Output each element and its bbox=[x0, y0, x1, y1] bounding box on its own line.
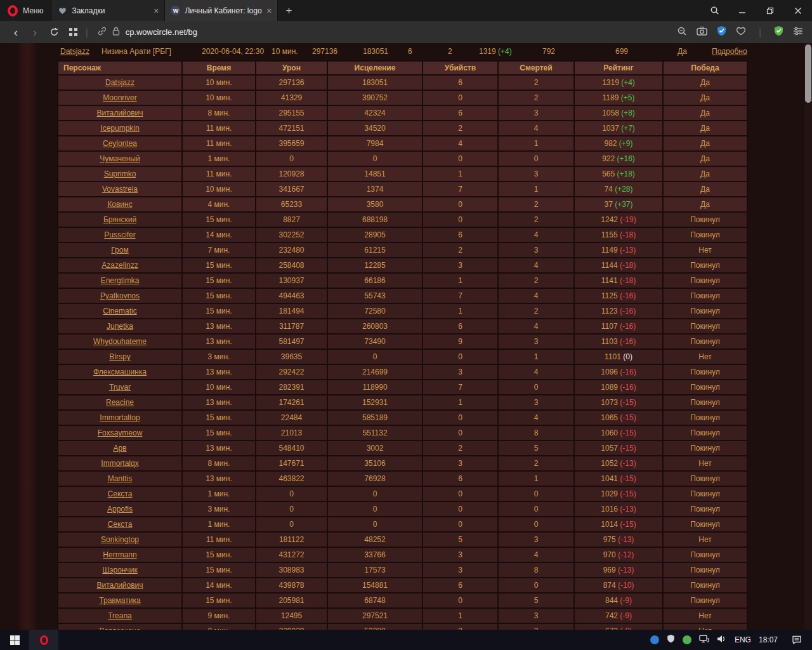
player-link[interactable]: Appofis bbox=[107, 505, 133, 514]
tray-icon-green[interactable] bbox=[683, 635, 691, 644]
player-link[interactable]: Foxsaymeow bbox=[98, 428, 143, 437]
deaths-cell: 2 bbox=[498, 456, 574, 471]
rating-delta: (+4) bbox=[621, 78, 635, 87]
player-link[interactable]: Treana bbox=[108, 611, 132, 620]
player-link[interactable]: Immortaltop bbox=[100, 413, 140, 422]
rating-cell: 874 (-10) bbox=[574, 578, 663, 593]
player-link[interactable]: Reacine bbox=[106, 398, 134, 407]
player-link[interactable]: Junetka bbox=[107, 322, 133, 331]
healing-cell: 260803 bbox=[327, 319, 422, 334]
rating-delta: (+8) bbox=[621, 109, 635, 117]
action-center-icon[interactable] bbox=[785, 630, 808, 650]
player-link[interactable]: Флексмашинка bbox=[93, 368, 147, 376]
player-link[interactable]: Cinematic bbox=[103, 307, 136, 315]
rating-cell: 1089 (-16) bbox=[574, 380, 663, 395]
network-icon[interactable] bbox=[699, 634, 709, 646]
player-link[interactable]: Datsjazz bbox=[105, 78, 134, 87]
tab-close-icon[interactable]: × bbox=[154, 6, 159, 15]
tray-icon-blue[interactable] bbox=[650, 635, 659, 644]
start-button[interactable] bbox=[0, 630, 29, 650]
speed-dial-icon[interactable] bbox=[63, 28, 82, 36]
back-icon[interactable]: ‹ bbox=[6, 26, 25, 38]
language-indicator[interactable]: ENG bbox=[735, 635, 751, 644]
url-text[interactable]: cp.wowcircle.net/bg bbox=[126, 27, 197, 37]
player-link[interactable]: Секста bbox=[108, 489, 133, 498]
snapshot-camera-icon[interactable] bbox=[697, 27, 707, 38]
player-link[interactable]: Energtimka bbox=[101, 276, 140, 285]
url-field[interactable]: cp.wowcircle.net/bg bbox=[98, 27, 678, 38]
link-icon[interactable] bbox=[98, 27, 107, 38]
extension-shield-icon[interactable] bbox=[774, 25, 783, 39]
system-tray: ENG 18:07 bbox=[650, 630, 812, 650]
player-link[interactable]: Manttis bbox=[108, 474, 133, 483]
summary-details-link[interactable]: Подробно bbox=[712, 47, 747, 56]
time-cell: 15 мин. bbox=[182, 273, 256, 288]
window-restore-button[interactable] bbox=[756, 0, 784, 21]
summary-deaths: 2 bbox=[448, 47, 452, 56]
player-link[interactable]: Брянский bbox=[103, 215, 136, 224]
player-link[interactable]: Herrmann bbox=[103, 550, 136, 559]
kills-cell: 0 bbox=[422, 90, 498, 105]
sidebar-tweaks-icon[interactable] bbox=[793, 27, 803, 38]
player-link[interactable]: Truvar bbox=[109, 383, 131, 392]
player-link[interactable]: Sonkingtop bbox=[101, 535, 139, 544]
rating-delta: (-15) bbox=[620, 428, 636, 437]
player-link[interactable]: Pusscifer bbox=[104, 230, 135, 239]
adblock-shield-icon[interactable] bbox=[717, 25, 726, 39]
new-tab-button[interactable]: + bbox=[278, 0, 299, 21]
volume-icon[interactable] bbox=[717, 634, 727, 646]
clock[interactable]: 18:07 bbox=[759, 635, 778, 644]
player-link[interactable]: Варвзаконе bbox=[99, 627, 140, 630]
kills-cell: 6 bbox=[422, 319, 498, 334]
lock-icon[interactable] bbox=[112, 27, 120, 38]
rating-delta: (+16) bbox=[617, 154, 635, 163]
player-link[interactable]: Чумаченый bbox=[100, 154, 140, 163]
summary-player-link[interactable]: Datsjazz bbox=[60, 47, 89, 56]
player-link[interactable]: Травматика bbox=[99, 596, 140, 605]
player-link[interactable]: Pyatkovnos bbox=[100, 291, 140, 300]
player-link[interactable]: Шэрончик bbox=[102, 566, 137, 574]
tab-close-icon[interactable]: × bbox=[266, 6, 272, 15]
player-link[interactable]: Виталийович bbox=[96, 581, 143, 590]
opera-menu-button[interactable]: Меню bbox=[0, 0, 52, 21]
result-cell: Нет bbox=[663, 532, 747, 547]
tab-bookmarks[interactable]: Закладки × bbox=[52, 0, 165, 21]
defender-shield-icon[interactable] bbox=[667, 634, 675, 646]
tab-personal-cabinet[interactable]: W Личный Кабинет: logon.wo × bbox=[165, 0, 278, 21]
player-link[interactable]: Vovastrela bbox=[102, 185, 138, 194]
rating-delta: (-16) bbox=[620, 337, 636, 346]
deaths-cell: 0 bbox=[498, 578, 574, 593]
player-link[interactable]: Гром bbox=[111, 246, 128, 255]
page-scrollbar[interactable] bbox=[804, 43, 812, 630]
bookmark-heart-icon[interactable] bbox=[736, 27, 746, 38]
forward-icon[interactable]: › bbox=[25, 26, 44, 38]
result-cell: Покинул bbox=[663, 441, 747, 456]
window-close-button[interactable] bbox=[784, 0, 812, 21]
player-link[interactable]: Арв bbox=[113, 444, 126, 453]
player-link[interactable]: Moonriver bbox=[103, 93, 136, 102]
player-link[interactable]: Blrspy bbox=[109, 352, 130, 361]
time-cell: 15 мин. bbox=[182, 547, 256, 562]
healing-cell: 7984 bbox=[327, 136, 422, 151]
window-minimize-button[interactable] bbox=[728, 0, 756, 21]
rating-cell: 1060 (-15) bbox=[574, 425, 663, 441]
damage-cell: 0 bbox=[256, 486, 327, 501]
reload-icon[interactable] bbox=[44, 27, 63, 37]
player-link[interactable]: Ковинс bbox=[107, 200, 132, 209]
rating-cell: 1123 (-16) bbox=[574, 303, 663, 319]
tab-search-icon[interactable] bbox=[700, 0, 728, 21]
player-link[interactable]: Виталийович bbox=[96, 109, 143, 117]
player-link[interactable]: Ceylontea bbox=[103, 139, 137, 148]
player-link[interactable]: Immortalqx bbox=[101, 459, 138, 468]
player-link[interactable]: Whydouhateme bbox=[93, 337, 147, 346]
player-link[interactable]: Suprimko bbox=[104, 169, 136, 178]
kills-cell: 5 bbox=[422, 532, 498, 547]
player-link[interactable]: Секста bbox=[108, 520, 133, 529]
kills-cell: 0 bbox=[422, 425, 498, 441]
scrollbar-thumb[interactable] bbox=[805, 44, 811, 103]
time-cell: 8 мин. bbox=[182, 105, 256, 121]
zoom-icon[interactable] bbox=[677, 26, 687, 39]
player-link[interactable]: Azazelinzz bbox=[102, 261, 138, 270]
opera-taskbar-icon[interactable] bbox=[29, 630, 58, 650]
player-link[interactable]: Icepumpkin bbox=[100, 124, 139, 133]
